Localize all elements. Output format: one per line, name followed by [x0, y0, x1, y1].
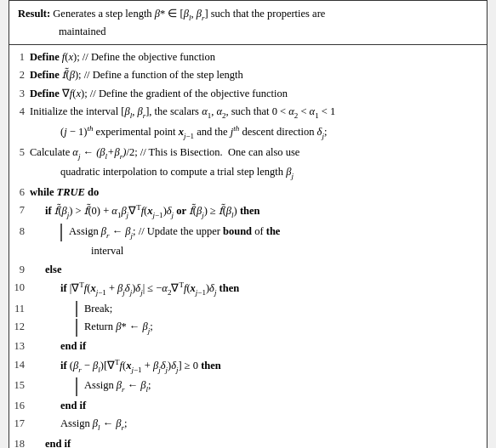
line-num-10: 10 — [9, 280, 30, 296]
line-13: 13 end if — [9, 337, 487, 355]
line-num-8: 8 — [9, 224, 30, 240]
line-content-4: Initialize the interval [βl, βr], the sc… — [30, 104, 480, 122]
line-14: 14 if (βr − βl)[∇Tf(xj−1 + βjδj)δj] ≥ 0 … — [9, 356, 487, 377]
line-content-17: Assign βl ← βr; — [30, 416, 480, 434]
line-num-9: 9 — [9, 262, 30, 278]
line-content-4c: (j − 1)th experimental point xj−1 and th… — [30, 123, 480, 143]
line-num-11: 11 — [9, 301, 30, 317]
line-content-8: Assign βr ← βj; // Update the upper boun… — [30, 224, 480, 241]
line-content-16: end if — [30, 398, 480, 414]
result-label: Result: — [18, 8, 50, 20]
line-num-12: 12 — [9, 319, 30, 335]
line-content-18: end if — [30, 436, 480, 448]
algorithm-body: 1 Define f(x); // Define the objective f… — [9, 45, 487, 448]
algorithm-box: Result: Generates a step length β* ∈ [βl… — [9, 0, 487, 448]
line-num-5: 5 — [9, 145, 30, 161]
line-num-3: 3 — [9, 86, 30, 102]
line-content-10: if |∇Tf(xj−1 + βjδj)δj| ≤ −α2∇Tf(xj−1)δj… — [30, 280, 480, 299]
line-content-8c: interval — [30, 243, 480, 259]
line-num-16: 16 — [9, 398, 30, 414]
line-num-2: 2 — [9, 67, 30, 83]
line-18: 18 end if — [9, 435, 487, 448]
line-num-17: 17 — [9, 416, 30, 432]
result-text: Generates a step length β* ∈ [βl, βr] su… — [53, 8, 325, 20]
line-4: 4 Initialize the interval [βl, βr], the … — [9, 103, 487, 122]
line-num-6: 6 — [9, 184, 30, 201]
line-7: 7 if f̃(βj) > f̃(0) + α1βj∇Tf(xj−1)δj or… — [9, 201, 487, 223]
line-num-4: 4 — [9, 104, 30, 120]
line-num-15: 15 — [9, 377, 30, 394]
line-10: 10 if |∇Tf(xj−1 + βjδj)δj| ≤ −α2∇Tf(xj−1… — [9, 279, 487, 300]
line-content-15: Assign βr ← βl; — [30, 377, 480, 395]
line-content-5c: quadratic interpolation to compute a tri… — [30, 164, 480, 182]
line-5-cont: quadratic interpolation to compute a tri… — [9, 163, 487, 183]
line-content-13: end if — [30, 338, 480, 354]
algorithm-header: Result: Generates a step length β* ∈ [βl… — [9, 1, 487, 45]
line-4-cont: (j − 1)th experimental point xj−1 and th… — [9, 122, 487, 144]
line-content-11: Break; — [30, 301, 480, 317]
line-content-5: Calculate αj ← (βl+βr)/2; // This is Bis… — [30, 145, 480, 162]
line-content-14: if (βr − βl)[∇Tf(xj−1 + βjδj)δj] ≥ 0 the… — [30, 357, 480, 377]
line-17: 17 Assign βl ← βr; — [9, 415, 487, 434]
line-9: 9 else — [9, 261, 487, 279]
line-content-6: while TRUE do — [30, 184, 480, 201]
line-num-18: 18 — [9, 436, 30, 448]
line-2: 2 Define f̃(β); // Define a function of … — [9, 66, 487, 84]
line-11: 11 Break; — [9, 300, 487, 318]
line-content-3: Define ∇f(x); // Define the gradient of … — [30, 86, 480, 102]
line-content-9: else — [30, 262, 480, 278]
line-num-14: 14 — [9, 357, 30, 373]
line-8: 8 Assign βr ← βj; // Update the upper bo… — [9, 223, 487, 242]
result-text-cont: maintained — [18, 24, 478, 40]
line-15: 15 Assign βr ← βl; — [9, 377, 487, 396]
line-5: 5 Calculate αj ← (βl+βr)/2; // This is B… — [9, 144, 487, 163]
line-content-7: if f̃(βj) > f̃(0) + α1βj∇Tf(xj−1)δj or f… — [30, 202, 480, 222]
line-content-2: Define f̃(β); // Define a function of th… — [30, 67, 480, 83]
line-content-1: Define f(x); // Define the objective fun… — [30, 49, 480, 65]
line-num-13: 13 — [9, 338, 30, 354]
line-8-cont: interval — [9, 242, 487, 260]
line-1: 1 Define f(x); // Define the objective f… — [9, 48, 487, 66]
line-num-1: 1 — [9, 49, 30, 65]
line-6: 6 while TRUE do — [9, 184, 487, 201]
line-3: 3 Define ∇f(x); // Define the gradient o… — [9, 85, 487, 103]
line-16: 16 end if — [9, 397, 487, 415]
line-content-12: Return β* ← βj; — [30, 319, 480, 337]
line-12: 12 Return β* ← βj; — [9, 318, 487, 337]
line-num-7: 7 — [9, 202, 30, 218]
